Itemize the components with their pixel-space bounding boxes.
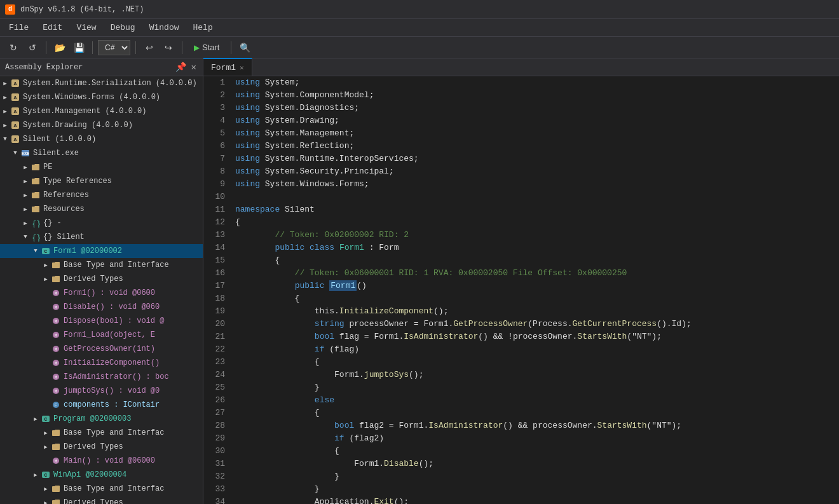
svg-text:A: A [14, 137, 17, 142]
code-scroll-area[interactable]: 1using System;2using System.ComponentMod… [203, 76, 839, 504]
tree-item[interactable]: MForm1() : void @0600 [0, 286, 203, 300]
code-line: 1using System; [203, 76, 839, 89]
tree-item-label: Base Type and Interface [64, 261, 169, 269]
tree-item-icon: C [41, 414, 51, 424]
line-content: // Token: 0x06000001 RID: 1 RVA: 0x00002… [235, 267, 627, 280]
tree-item[interactable]: ▶Base Type and Interfac [0, 482, 203, 496]
tree-item[interactable]: ▼CForm1 @02000002 [0, 244, 203, 258]
plain-token: () && processOwner. [503, 421, 597, 430]
toolbar-save-btn[interactable]: 💾 [71, 39, 87, 56]
tree-item[interactable]: MjumptoSys() : void @0 [0, 384, 203, 398]
line-content: { [235, 292, 299, 305]
tree-item[interactable]: ▶{}{} - [0, 216, 203, 230]
plain-token: (flag) [324, 344, 359, 354]
plain-token [334, 243, 339, 252]
tree-item[interactable]: ▶Derived Types [0, 440, 203, 454]
toolbar-back-btn[interactable]: ↻ [5, 39, 22, 56]
tree-item[interactable]: MDisable() : void @060 [0, 300, 203, 314]
line-number: 4 [203, 114, 235, 127]
keyword-token: bool [315, 332, 334, 341]
tree-item[interactable]: ▼{}{} Silent [0, 230, 203, 244]
code-lines: 1using System;2using System.ComponentMod… [203, 76, 839, 504]
line-number: 8 [203, 165, 235, 178]
tree-item[interactable]: ▶ASystem.Windows.Forms (4.0.0.0) [0, 90, 203, 104]
tree-item[interactable]: MInitializeComponent() [0, 356, 203, 370]
tree-item[interactable]: MDispose(bool) : void @ [0, 314, 203, 328]
plain-token [235, 332, 315, 341]
tree-item[interactable]: ▶ASystem.Drawing (4.0.0.0) [0, 118, 203, 132]
tree-item[interactable]: ▶Base Type and Interface [0, 258, 203, 272]
toolbar-redo-btn[interactable]: ↪ [160, 39, 177, 56]
toolbar-sep-5 [231, 41, 231, 54]
code-line: 5using System.Management; [203, 127, 839, 140]
menu-view[interactable]: View [70, 20, 102, 35]
tree-item[interactable]: ▶Type References [0, 174, 203, 188]
tree-item[interactable]: ▶ASystem.Management (4.0.0.0) [0, 104, 203, 118]
menu-window[interactable]: Window [143, 20, 186, 35]
plain-token: System.Windows.Forms; [260, 179, 369, 189]
language-select[interactable]: C# IL VB [98, 40, 130, 55]
line-content: } [235, 483, 320, 496]
function-token: Disable [384, 459, 419, 468]
start-icon: ▶ [194, 43, 200, 52]
plain-token: (flag2) [344, 433, 384, 443]
menu-edit[interactable]: Edit [36, 20, 69, 35]
tree-item-icon [31, 204, 41, 214]
tree-item[interactable]: ▶Base Type and Interfac [0, 426, 203, 440]
tree-item[interactable]: Fcomponents : IContair [0, 398, 203, 412]
tree-item[interactable]: ▶Derived Types [0, 272, 203, 286]
plain-token [235, 433, 334, 443]
menu-file[interactable]: File [3, 20, 35, 35]
line-number: 27 [203, 407, 235, 419]
code-line: 2using System.ComponentModel; [203, 89, 839, 102]
toolbar-search-btn[interactable]: 🔍 [236, 39, 253, 56]
toolbar-open-btn[interactable]: 📂 [51, 39, 68, 56]
code-line: 7using System.Runtime.InteropServices; [203, 153, 839, 165]
svg-text:M: M [55, 374, 58, 380]
toolbar-forward-btn[interactable]: ↺ [24, 39, 41, 56]
panel-close-btn[interactable]: ✕ [190, 62, 198, 72]
tree-container[interactable]: ▶ASystem.Runtime.Serialization (4.0.0.0)… [0, 76, 203, 504]
tree-item[interactable]: ▶PE [0, 160, 203, 174]
tree-item[interactable]: MMain() : void @06000 [0, 454, 203, 468]
plain-token: ().Id); [657, 319, 692, 329]
menu-help[interactable]: Help [186, 20, 219, 35]
tree-item[interactable]: ▼EXESilent.exe [0, 146, 203, 160]
svg-text:C: C [44, 416, 48, 422]
line-number: 26 [203, 394, 235, 407]
start-button[interactable]: ▶ Start [188, 40, 226, 55]
tree-item[interactable]: ▼ASilent (1.0.0.0) [0, 132, 203, 146]
panel-header: Assembly Explorer 📌 ✕ [0, 58, 203, 76]
toolbar-undo-btn[interactable]: ↩ [141, 39, 158, 56]
tree-item[interactable]: MIsAdministrator() : boc [0, 370, 203, 384]
keyword-token: bool [334, 421, 354, 430]
keyword-token: using [235, 179, 260, 189]
tree-item[interactable]: MForm1_Load(object, E [0, 328, 203, 342]
tab-close-btn[interactable]: ✕ [240, 64, 244, 72]
line-content: Form1.Disable(); [235, 458, 433, 470]
line-content: Application.Exit(); [235, 496, 409, 504]
function-token: InitializeComponent [339, 306, 433, 316]
tree-item[interactable]: ▶Resources [0, 202, 203, 216]
tree-item[interactable]: ▶ASystem.Runtime.Serialization (4.0.0.0) [0, 76, 203, 90]
tree-item[interactable]: ▶Derived Types [0, 496, 203, 504]
panel-pin-btn[interactable]: 📌 [174, 62, 188, 72]
tree-item-icon: M [51, 456, 61, 466]
tree-item[interactable]: ▶CProgram @02000003 [0, 412, 203, 426]
tree-item-icon: {} [31, 232, 41, 242]
tree-item-label: Form1 @02000002 [53, 247, 122, 255]
line-content: using System.Windows.Forms; [235, 178, 369, 191]
function-token: jumptoSys [364, 370, 409, 379]
keyword-token: using [235, 116, 260, 125]
tree-item[interactable]: ▶References [0, 188, 203, 202]
tree-item-icon: M [51, 316, 61, 326]
svg-text:A: A [14, 123, 17, 128]
plain-token: { [235, 446, 339, 456]
tree-item-label: Silent (1.0.0.0) [23, 135, 96, 144]
line-number: 5 [203, 127, 235, 140]
tree-item[interactable]: MGetProcessOwner(int) [0, 342, 203, 356]
keyword-token: class [310, 243, 334, 252]
menu-debug[interactable]: Debug [104, 20, 142, 35]
tree-item[interactable]: ▶CWinApi @02000004 [0, 468, 203, 482]
tab-form1[interactable]: Form1 ✕ [203, 58, 252, 76]
